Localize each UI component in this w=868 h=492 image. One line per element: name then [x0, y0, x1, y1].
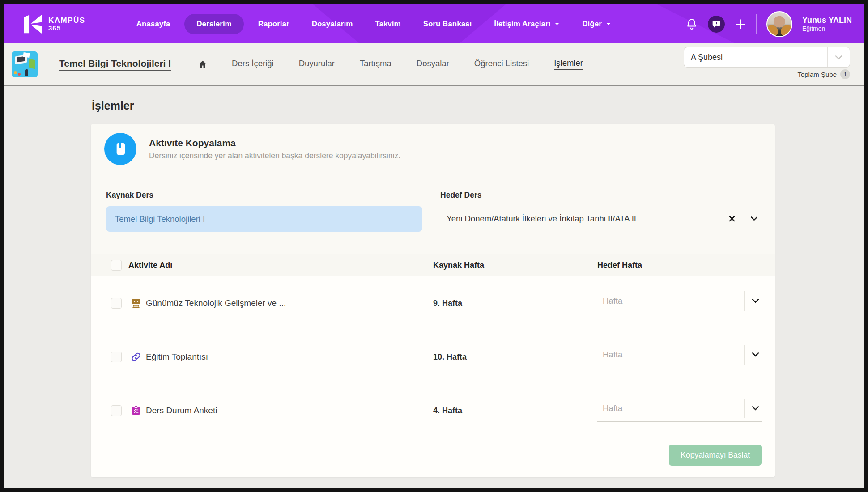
chevron-down-icon[interactable] — [752, 352, 759, 357]
column-target-week: Hedef Hafta — [597, 261, 775, 270]
survey-icon — [131, 405, 141, 416]
course-thumbnail[interactable] — [12, 51, 38, 77]
chevron-down-icon[interactable] — [752, 406, 759, 411]
chevron-down-icon[interactable] — [750, 216, 758, 221]
card-header-text: Aktivite Kopyalama Dersiniz içerisinde y… — [149, 138, 400, 161]
target-week-select[interactable]: Hafta — [597, 342, 762, 368]
course-thumbnail-art — [29, 59, 35, 68]
target-week-select[interactable]: Hafta — [597, 395, 762, 422]
nav-item-takvim[interactable]: Takvim — [367, 14, 408, 34]
table-row: Ders Durum Anketi 4. Hafta Hafta — [91, 384, 775, 437]
branch-select-value: A Şubesi — [684, 53, 827, 62]
user-name: Yunus YALIN — [802, 15, 852, 25]
card-subtitle: Dersiniz içerisinde yer alan aktiviteler… — [149, 151, 400, 161]
target-course-select[interactable]: Yeni Dönem/Atatürk İlkeleri ve İnkılap T… — [440, 206, 760, 231]
tab-dosyalar[interactable]: Dosyalar — [417, 59, 449, 70]
row-checkbox[interactable] — [111, 298, 122, 309]
start-copy-button[interactable]: Kopyalamayı Başlat — [669, 445, 762, 466]
select-divider — [744, 345, 745, 365]
activity-cell: Ders Durum Anketi — [111, 405, 433, 416]
total-branch-label: Toplam Şube — [797, 71, 837, 78]
source-week-value: 4. Hafta — [433, 406, 597, 416]
select-divider — [743, 212, 743, 225]
source-course-input[interactable]: Temel Bilgi Teknolojileri I — [106, 206, 422, 232]
tab-ogrenci-listesi[interactable]: Öğrenci Listesi — [474, 59, 529, 70]
target-course-actions — [728, 206, 758, 231]
user-avatar[interactable] — [766, 11, 792, 37]
source-course-label: Kaynak Ders — [106, 191, 422, 200]
nav-item-diger[interactable]: Diğer — [574, 14, 619, 34]
top-navbar: KAMPÜS 365 Anasayfa Derslerim Raporlar D… — [4, 4, 864, 43]
brand-name: KAMPÜS — [48, 17, 85, 25]
main-navigation: Anasayfa Derslerim Raporlar Dosyalarım T… — [128, 14, 619, 34]
card-header: Aktivite Kopyalama Dersiniz içerisinde y… — [91, 124, 775, 174]
card-title: Aktivite Kopyalama — [149, 138, 400, 148]
activity-name: Eğitim Toplantısı — [146, 352, 208, 362]
nav-item-dosyalarim[interactable]: Dosyalarım — [304, 14, 361, 34]
nav-item-derslerim[interactable]: Derslerim — [184, 14, 243, 34]
clear-x-icon[interactable] — [728, 215, 736, 222]
card-footer: Kopyalamayı Başlat — [91, 437, 775, 477]
course-header-bar: Temel Bilgi Teknolojileri I Ders İçeriği… — [4, 43, 864, 86]
target-week-cell: Hafta — [597, 293, 775, 314]
week-select-controls — [744, 288, 762, 314]
target-week-cell: Hafta — [597, 400, 775, 422]
kampus-logo-icon — [22, 14, 43, 34]
target-course-field: Hedef Ders Yeni Dönem/Atatürk İlkeleri v… — [440, 191, 760, 232]
activity-cell: Günümüz Teknolojik Gelişmeler ve ... — [111, 298, 433, 309]
presentation-icon — [131, 298, 141, 309]
nav-item-iletisim-araclari[interactable]: İletişim Araçları — [486, 14, 568, 34]
target-week-cell: Hafta — [597, 346, 775, 368]
feedback-alert-icon[interactable] — [708, 16, 725, 33]
week-select-controls — [744, 395, 762, 421]
course-title[interactable]: Temel Bilgi Teknolojileri I — [59, 58, 171, 71]
course-thumbnail-art — [18, 73, 21, 76]
activity-copy-card: Aktivite Kopyalama Dersiniz içerisinde y… — [91, 124, 775, 477]
chevron-down-icon — [554, 22, 560, 26]
notifications-bell-icon[interactable] — [685, 18, 698, 30]
column-activity-name: Aktivite Adı — [128, 261, 172, 270]
table-header-first-cell: Aktivite Adı — [111, 260, 433, 271]
tab-tartisma[interactable]: Tartışma — [360, 59, 391, 70]
week-select-controls — [744, 342, 762, 368]
row-checkbox[interactable] — [111, 405, 122, 416]
copy-document-icon — [104, 133, 136, 165]
source-course-value: Temel Bilgi Teknolojileri I — [115, 214, 205, 224]
select-divider — [744, 399, 745, 418]
column-source-week: Kaynak Hafta — [433, 261, 597, 270]
home-icon[interactable] — [198, 59, 208, 69]
brand-number: 365 — [48, 25, 85, 32]
table-row: Eğitim Toplantısı 10. Hafta Hafta — [91, 330, 775, 384]
chevron-down-icon[interactable] — [752, 298, 759, 303]
screenshot-frame: KAMPÜS 365 Anasayfa Derslerim Raporlar D… — [0, 0, 868, 492]
activity-name: Ders Durum Anketi — [146, 406, 217, 416]
link-icon — [131, 352, 141, 362]
source-course-field: Kaynak Ders Temel Bilgi Teknolojileri I — [106, 191, 422, 232]
row-checkbox[interactable] — [111, 352, 122, 362]
target-week-select[interactable]: Hafta — [597, 288, 762, 314]
add-plus-icon[interactable] — [735, 18, 746, 30]
nav-item-soru-bankasi[interactable]: Soru Bankası — [415, 14, 480, 34]
chevron-down-icon — [827, 47, 850, 67]
branch-select[interactable]: A Şubesi — [684, 47, 850, 68]
tab-ders-icerigi[interactable]: Ders İçeriği — [232, 59, 274, 70]
nav-item-raporlar[interactable]: Raporlar — [250, 14, 298, 34]
course-tabs: Ders İçeriği Duyurular Tartışma Dosyalar… — [232, 58, 583, 70]
activity-name: Günümüz Teknolojik Gelişmeler ve ... — [146, 298, 286, 308]
chevron-down-icon — [606, 22, 611, 26]
target-course-label: Hedef Ders — [440, 191, 760, 200]
week-placeholder: Hafta — [597, 350, 622, 360]
course-thumbnail-art — [23, 52, 30, 58]
week-placeholder: Hafta — [597, 296, 622, 306]
brand-logo[interactable]: KAMPÜS 365 — [22, 14, 85, 34]
nav-item-anasayfa[interactable]: Anasayfa — [128, 14, 179, 34]
user-info[interactable]: Yunus YALIN Eğitmen — [802, 15, 852, 33]
tab-islemler[interactable]: İşlemler — [554, 58, 583, 70]
tab-duyurular[interactable]: Duyurular — [299, 59, 335, 70]
navbar-right-cluster: Yunus YALIN Eğitmen — [685, 11, 852, 37]
week-placeholder: Hafta — [597, 403, 622, 413]
page-title: İşlemler — [92, 99, 864, 112]
activity-cell: Eğitim Toplantısı — [111, 352, 433, 362]
select-all-checkbox[interactable] — [111, 260, 122, 271]
course-thumbnail-art — [14, 71, 17, 74]
